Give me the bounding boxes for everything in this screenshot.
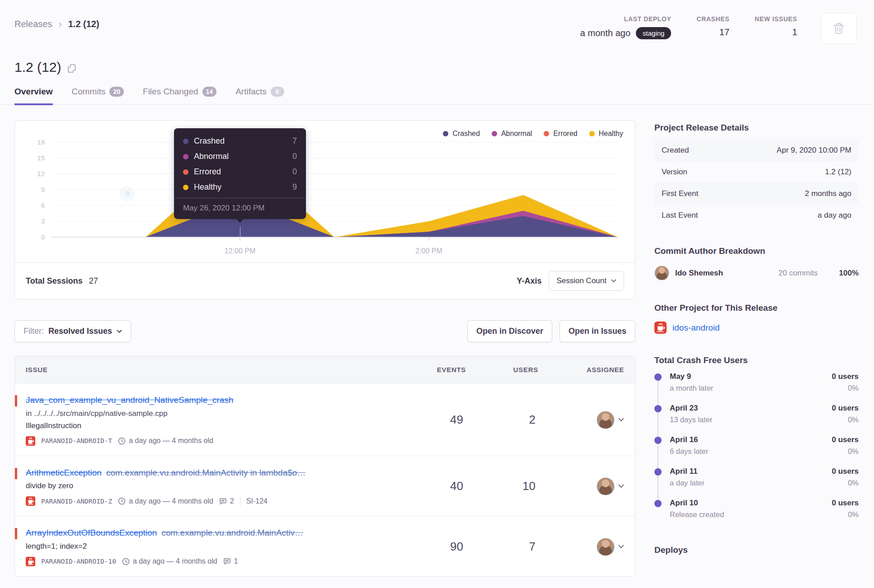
total-sessions-value: 27 <box>89 276 98 286</box>
deploys-heading: Deploys <box>654 545 859 555</box>
assignee-dropdown[interactable] <box>538 477 624 495</box>
java-platform-icon <box>26 557 35 566</box>
other-project-section: Other Project for This Release <box>654 303 859 336</box>
yaxis-select[interactable]: Session Count <box>549 271 624 291</box>
comment-count: 2 <box>219 497 234 505</box>
issue-title-link[interactable]: Java_com_example_vu_android_NativeSample… <box>26 395 233 405</box>
clock-icon <box>118 497 126 505</box>
other-project-row: idos-android <box>654 320 859 336</box>
tab-count-badge: 0 <box>271 87 284 97</box>
issue-row[interactable]: Java_com_example_vu_android_NativeSample… <box>15 383 635 456</box>
col-assignee: ASSIGNEE <box>538 366 624 373</box>
issues-toolbar: Filter: Resolved Issues Open in Discover… <box>14 320 635 342</box>
svg-text:6: 6 <box>41 201 45 209</box>
total-sessions-label: Total Sessions <box>26 276 83 286</box>
crash-free-item: April 10 Release created 0 users 0% <box>654 499 859 519</box>
project-slug: PARANOID-ANDROID-Z <box>41 498 112 505</box>
header-stats: LAST DEPLOY a month ago staging CRASHES … <box>580 13 857 44</box>
filter-value: Resolved Issues <box>48 327 112 336</box>
release-detail-row: Last Event a day ago <box>654 205 859 226</box>
timeline-dot <box>654 468 662 476</box>
tabs: Overview Commits 20 Files Changed 14 Art… <box>14 87 860 104</box>
tooltip-row: Healthy 9 <box>183 182 297 192</box>
issue-title-link[interactable]: ArrayIndexOutOfBoundsException <box>26 528 157 537</box>
legend-item[interactable]: Crashed <box>443 130 479 138</box>
breadcrumb-separator-icon: › <box>58 19 61 29</box>
issue-row[interactable]: ArithmeticExceptioncom.example.vu.androi… <box>15 456 635 516</box>
issue-culprit: com.example.vu.android.MainActivity in l… <box>106 468 305 477</box>
details-heading: Project Release Details <box>654 123 859 133</box>
tooltip-series-dot <box>183 185 188 190</box>
tab[interactable]: Artifacts 0 <box>235 87 284 105</box>
tooltip-series-dot <box>183 139 188 144</box>
copy-version-button[interactable] <box>67 64 77 73</box>
issue-short-id: SI-124 <box>246 497 268 505</box>
chevron-down-icon <box>618 545 624 549</box>
content: Crashed Abnormal Errored Healthy 0369121… <box>0 105 874 577</box>
detail-value: 1.2 (12) <box>825 168 851 177</box>
legend-dot <box>492 131 497 136</box>
tooltip-timestamp: May 26, 2020 12:00 PM <box>183 204 297 213</box>
svg-text:2:00 PM: 2:00 PM <box>415 247 442 255</box>
issues-table: ISSUE EVENTS USERS ASSIGNEE Java_com_exa… <box>14 356 635 577</box>
crash-free-item: April 16 6 days later 0 users 0% <box>654 435 859 456</box>
last-deploy-label: LAST DEPLOY <box>624 15 672 23</box>
sessions-chart-card: Crashed Abnormal Errored Healthy 0369121… <box>14 120 635 299</box>
release-detail-row: Version 1.2 (12) <box>654 161 859 183</box>
crash-free-section: Total Crash Free Users May 9 a month lat… <box>654 355 859 519</box>
tooltip-series-dot <box>183 169 188 175</box>
java-platform-icon <box>654 322 667 334</box>
stat-new-issues: NEW ISSUES 1 <box>755 13 797 37</box>
issue-culprit: com.example.vu.android.MainActiv… <box>161 528 303 537</box>
trash-icon <box>833 22 845 35</box>
issue-message: IllegalInstruction <box>26 421 398 430</box>
tab[interactable]: Commits 20 <box>72 87 124 105</box>
assignee-dropdown[interactable] <box>538 538 624 556</box>
legend-dot <box>589 131 595 136</box>
assignee-avatar <box>597 411 615 429</box>
open-in-discover-button[interactable]: Open in Discover <box>467 320 552 342</box>
svg-text:12: 12 <box>37 170 45 177</box>
timeline-dot <box>654 405 662 412</box>
tab[interactable]: Overview <box>14 87 53 105</box>
release-detail-row: First Event 2 months ago <box>654 183 859 205</box>
timeline-dot <box>654 500 662 507</box>
page-title: 1.2 (12) <box>14 60 61 75</box>
breadcrumb-releases-link[interactable]: Releases <box>14 19 52 29</box>
comment-icon <box>219 498 227 505</box>
col-users: USERS <box>466 366 538 373</box>
legend-item[interactable]: Healthy <box>589 130 623 138</box>
delete-release-button[interactable] <box>821 13 857 44</box>
tab[interactable]: Files Changed 14 <box>143 87 216 105</box>
detail-label: First Event <box>662 189 698 198</box>
users-count: 7 <box>466 540 538 554</box>
users-count: 10 <box>466 479 538 493</box>
sessions-area-chart[interactable]: 0369121518012:00 PM2:00 PM <box>26 126 622 261</box>
issue-title-link[interactable]: ArithmeticException <box>26 468 102 477</box>
issue-row[interactable]: ArrayIndexOutOfBoundsExceptioncom.exampl… <box>15 516 635 576</box>
svg-text:15: 15 <box>37 154 45 162</box>
detail-value: a day ago <box>818 211 851 220</box>
yaxis-select-value: Session Count <box>556 276 606 285</box>
issue-age: a day ago — 4 months old <box>118 497 213 505</box>
detail-label: Created <box>662 146 689 155</box>
crash-free-item: April 11 a day later 0 users 0% <box>654 467 859 487</box>
chart-legend: Crashed Abnormal Errored Healthy <box>443 130 623 138</box>
open-in-issues-button[interactable]: Open in Issues <box>559 320 635 342</box>
issue-location: in ../../../../src/main/cpp/native-sampl… <box>26 409 398 418</box>
col-events: EVENTS <box>398 366 466 373</box>
breadcrumb: Releases › 1.2 (12) <box>14 19 99 29</box>
assignee-dropdown[interactable] <box>538 411 624 429</box>
legend-item[interactable]: Abnormal <box>492 130 532 138</box>
svg-text:9: 9 <box>41 186 45 193</box>
svg-text:12:00 PM: 12:00 PM <box>225 247 255 255</box>
other-project-link[interactable]: idos-android <box>672 323 720 333</box>
legend-dot <box>544 131 549 136</box>
col-issue: ISSUE <box>26 366 398 373</box>
assignee-avatar <box>597 538 615 556</box>
issues-table-body: Java_com_example_vu_android_NativeSample… <box>15 383 635 576</box>
detail-value: 2 months ago <box>805 189 851 198</box>
crash-free-timeline: May 9 a month later 0 users 0% April 23 … <box>654 372 859 519</box>
legend-item[interactable]: Errored <box>544 130 577 138</box>
filter-dropdown[interactable]: Filter: Resolved Issues <box>14 320 131 342</box>
